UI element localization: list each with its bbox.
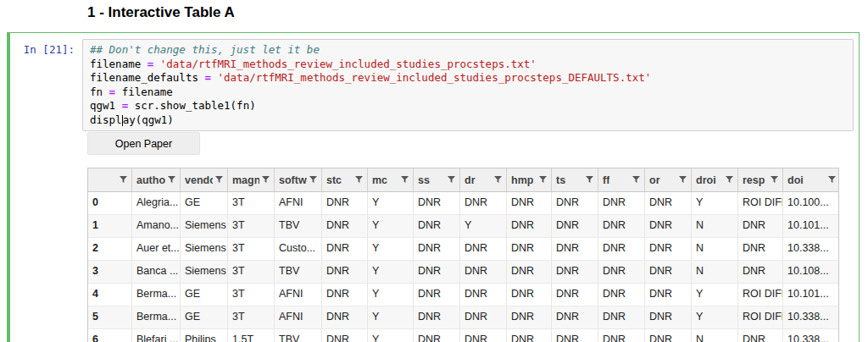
filter-icon[interactable] [492, 176, 502, 184]
cell-dr: DNR [460, 192, 507, 214]
table-row[interactable]: 6Blefari ...Philips1.5TTBVDNRYDNRDNRDNRD… [88, 329, 838, 342]
row-index: 0 [88, 192, 132, 214]
row-index: 4 [88, 284, 132, 306]
cell-stc: DNR [322, 215, 368, 237]
table-row[interactable]: 3Banca ...Siemens3TTBVDNRYDNRDNRDNRDNRDN… [88, 261, 838, 284]
cell-stc: DNR [322, 261, 368, 283]
table-row[interactable]: 4Berma...GE3TAFNIDNRYDNRDNRDNRDNRDNRDNRY… [88, 284, 838, 306]
cell-ss: DNR [414, 238, 460, 260]
cell-or: DNR [645, 306, 692, 328]
table-row[interactable]: 2Auer et...Siemens3TCusto...DNRYDNRDNRDN… [88, 238, 838, 261]
column-header-or[interactable]: or [645, 168, 692, 191]
column-header-ff[interactable]: ff [598, 168, 645, 191]
cell-ss: DNR [414, 306, 460, 328]
table-row[interactable]: 0Alegria...GE3TAFNIDNRYDNRDNRDNRDNRDNRDN… [88, 192, 838, 215]
filter-icon[interactable] [117, 176, 127, 184]
cell-resp: DNR [738, 215, 783, 237]
column-header-mc[interactable]: mc [368, 168, 414, 191]
cell-ff: DNR [598, 215, 645, 237]
column-header-doi[interactable]: doi [783, 168, 840, 191]
cell-author: Amano... [132, 215, 181, 237]
filter-icon[interactable] [213, 176, 223, 184]
cell-droi: N [692, 329, 738, 342]
column-header-software[interactable]: software [275, 168, 322, 191]
filter-icon[interactable] [676, 176, 687, 184]
cell-stc: DNR [322, 238, 368, 260]
cell-ff: DNR [598, 238, 645, 260]
filter-icon[interactable] [445, 176, 455, 184]
cell-ff: DNR [598, 306, 645, 328]
cell-stc: DNR [322, 329, 368, 342]
cell-dr: DNR [460, 261, 507, 283]
table-row[interactable]: 1Amano...Siemens3TTBVDNRYDNRYDNRDNRDNRDN… [88, 215, 838, 238]
cell-droi: Y [692, 306, 738, 328]
open-paper-button[interactable]: Open Paper [87, 132, 200, 155]
notebook-cell[interactable]: In [21]: ## Don't change this, just let … [7, 32, 860, 342]
column-header-index[interactable] [88, 168, 132, 191]
filter-icon[interactable] [398, 176, 409, 184]
cell-doi: 10.338... [783, 306, 840, 328]
filter-icon[interactable] [353, 176, 363, 184]
cell-resp: DNR [738, 238, 783, 260]
column-header-ss[interactable]: ss [414, 168, 460, 191]
cell-or: DNR [645, 329, 692, 342]
filter-icon[interactable] [259, 176, 270, 184]
filter-icon[interactable] [307, 176, 317, 184]
filter-icon[interactable] [165, 176, 175, 184]
cell-vendor: Siemens [181, 215, 228, 237]
cell-software: AFNI [275, 192, 322, 214]
row-index: 6 [88, 329, 132, 342]
table-row[interactable]: 5Berma...GE3TAFNIDNRYDNRDNRDNRDNRDNRDNRY… [88, 306, 838, 329]
cell-magnet: 3T [228, 238, 275, 260]
cell-author: Banca ... [132, 261, 181, 283]
column-header-stc[interactable]: stc [322, 168, 368, 191]
column-header-dr[interactable]: dr [460, 168, 507, 191]
cell-resp: DNR [738, 261, 783, 283]
cell-hmp: DNR [507, 215, 552, 237]
cell-dr: DNR [460, 284, 507, 306]
cell-vendor: GE [181, 192, 228, 214]
input-prompt: In [21]: [10, 39, 82, 56]
cell-ff: DNR [598, 261, 645, 283]
cell-magnet: 3T [228, 284, 275, 306]
cell-droi: Y [692, 284, 738, 306]
column-header-ts[interactable]: ts [552, 168, 598, 191]
column-header-droi[interactable]: droi [692, 168, 738, 191]
column-header-hmp[interactable]: hmp [507, 168, 552, 191]
filter-icon[interactable] [537, 176, 547, 184]
code-line: filename_defaults = 'data/rtfMRI_methods… [90, 71, 846, 86]
cell-doi: 10.101... [783, 284, 840, 306]
cell-doi: 10.101... [783, 215, 840, 237]
filter-icon[interactable] [723, 176, 733, 184]
cell-author: Auer et... [132, 238, 181, 260]
cell-ts: DNR [552, 306, 598, 328]
cell-ss: DNR [414, 284, 460, 306]
column-header-label: ff [603, 174, 609, 186]
filter-icon[interactable] [768, 176, 778, 184]
table-body: 0Alegria...GE3TAFNIDNRYDNRDNRDNRDNRDNRDN… [88, 192, 838, 342]
column-header-label: magnet [232, 174, 259, 186]
cell-vendor: GE [181, 306, 228, 328]
cell-ts: DNR [552, 329, 598, 342]
cell-or: DNR [645, 261, 692, 283]
column-header-vendor[interactable]: vendor [181, 168, 228, 191]
cell-magnet: 3T [228, 306, 275, 328]
cell-hmp: DNR [507, 238, 552, 260]
column-header-resp[interactable]: resp [738, 168, 783, 191]
cell-stc: DNR [322, 306, 368, 328]
cell-or: DNR [645, 192, 692, 214]
filter-icon[interactable] [583, 176, 593, 184]
filter-icon[interactable] [826, 176, 836, 184]
cell-doi: 10.108... [783, 261, 840, 283]
code-editor[interactable]: ## Don't change this, just let it befile… [82, 39, 854, 131]
column-header-author[interactable]: author [132, 168, 181, 191]
filter-icon[interactable] [630, 176, 640, 184]
cell-or: DNR [645, 238, 692, 260]
code-lines: ## Don't change this, just let it befile… [90, 43, 846, 127]
data-table: authorvendormagnetsoftwarestcmcssdrhmpts… [87, 168, 839, 342]
cell-ts: DNR [552, 192, 598, 214]
cell-or: DNR [645, 215, 692, 237]
column-header-magnet[interactable]: magnet [228, 168, 275, 191]
cell-dr: DNR [460, 329, 507, 342]
column-header-label: author [136, 174, 165, 186]
